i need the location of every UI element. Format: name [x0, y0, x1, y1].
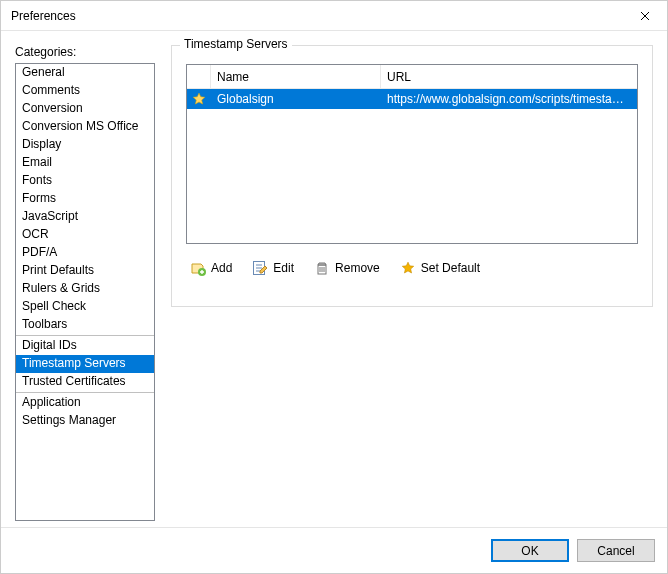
dialog-footer: OK Cancel [1, 527, 667, 573]
category-item[interactable]: Settings Manager [16, 412, 154, 430]
categories-label: Categories: [15, 45, 155, 59]
star-icon [400, 260, 416, 276]
row-name-cell: Globalsign [211, 92, 381, 106]
col-name[interactable]: Name [211, 65, 381, 88]
table-row[interactable]: Globalsignhttps://www.globalsign.com/scr… [187, 89, 637, 109]
servers-toolbar: Add Edit Remove Set Default [186, 258, 638, 278]
category-item[interactable]: Timestamp Servers [16, 355, 154, 373]
category-item[interactable]: Fonts [16, 172, 154, 190]
close-button[interactable] [622, 1, 667, 31]
cancel-button[interactable]: Cancel [577, 539, 655, 562]
settings-pane: Timestamp Servers Name URL Globalsignhtt… [171, 45, 653, 521]
list-separator [16, 392, 154, 393]
category-item[interactable]: PDF/A [16, 244, 154, 262]
add-label: Add [211, 261, 232, 275]
edit-icon [252, 260, 268, 276]
edit-label: Edit [273, 261, 294, 275]
set-default-button[interactable]: Set Default [396, 258, 484, 278]
category-item[interactable]: General [16, 64, 154, 82]
row-default-cell [187, 92, 211, 106]
add-button[interactable]: Add [186, 258, 236, 278]
add-icon [190, 260, 206, 276]
table-header: Name URL [187, 65, 637, 89]
window-title: Preferences [11, 9, 622, 23]
col-default[interactable] [187, 65, 211, 88]
category-item[interactable]: Conversion [16, 100, 154, 118]
category-item[interactable]: Application [16, 394, 154, 412]
col-url[interactable]: URL [381, 65, 637, 88]
list-separator [16, 335, 154, 336]
titlebar: Preferences [1, 1, 667, 31]
categories-pane: Categories: GeneralCommentsConversionCon… [15, 45, 155, 521]
category-item[interactable]: Comments [16, 82, 154, 100]
timestamp-servers-group: Timestamp Servers Name URL Globalsignhtt… [171, 45, 653, 307]
category-item[interactable]: Rulers & Grids [16, 280, 154, 298]
category-item[interactable]: Digital IDs [16, 337, 154, 355]
category-item[interactable]: JavaScript [16, 208, 154, 226]
edit-button[interactable]: Edit [248, 258, 298, 278]
row-url-cell: https://www.globalsign.com/scripts/times… [381, 92, 637, 106]
close-icon [640, 11, 650, 21]
dialog-body: Categories: GeneralCommentsConversionCon… [1, 31, 667, 527]
category-item[interactable]: OCR [16, 226, 154, 244]
group-title: Timestamp Servers [180, 37, 292, 51]
category-item[interactable]: Email [16, 154, 154, 172]
table-rows: Globalsignhttps://www.globalsign.com/scr… [187, 89, 637, 243]
category-item[interactable]: Toolbars [16, 316, 154, 334]
remove-icon [314, 260, 330, 276]
ok-button[interactable]: OK [491, 539, 569, 562]
remove-button[interactable]: Remove [310, 258, 384, 278]
category-item[interactable]: Conversion MS Office [16, 118, 154, 136]
default-star-icon [192, 92, 206, 106]
category-item[interactable]: Trusted Certificates [16, 373, 154, 391]
category-item[interactable]: Spell Check [16, 298, 154, 316]
set-default-label: Set Default [421, 261, 480, 275]
category-item[interactable]: Display [16, 136, 154, 154]
preferences-window: Preferences Categories: GeneralCommentsC… [0, 0, 668, 574]
categories-listbox[interactable]: GeneralCommentsConversionConversion MS O… [15, 63, 155, 521]
servers-table[interactable]: Name URL Globalsignhttps://www.globalsig… [186, 64, 638, 244]
category-item[interactable]: Forms [16, 190, 154, 208]
category-item[interactable]: Print Defaults [16, 262, 154, 280]
remove-label: Remove [335, 261, 380, 275]
